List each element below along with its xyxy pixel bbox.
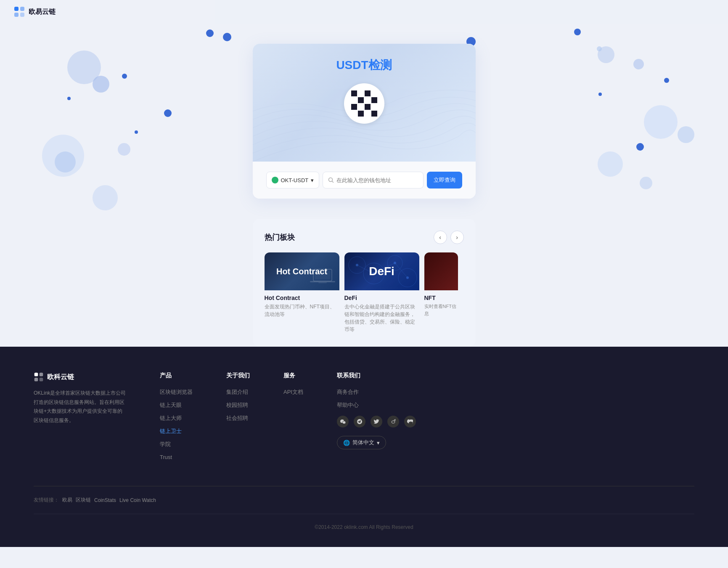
hot-modules-card: 热门板块 ‹ › Hot Contract <box>253 219 476 347</box>
hot-contract-module-name: Hot Contract <box>265 295 339 301</box>
nft-module-card[interactable]: NFT 实时查看NFT信息 <box>424 252 458 335</box>
footer-col-service: 服务 API文档 <box>283 372 303 466</box>
svg-rect-8 <box>318 282 327 283</box>
hot-contract-module-card[interactable]: Hot Contract Hot Contract <box>265 252 339 335</box>
footer-link-item: 链上卫士 <box>160 427 193 435</box>
svg-rect-3 <box>20 13 24 17</box>
footer-link-academy[interactable]: 学院 <box>160 441 171 447</box>
footer-brand: 欧科云链 OKLink是全球首家区块链大数据上市公司打造的区块链信息服务网站。旨… <box>34 372 126 466</box>
svg-point-26 <box>409 421 410 422</box>
svg-rect-7 <box>310 281 335 282</box>
footer-link-item: 学院 <box>160 440 193 448</box>
nft-module-name: NFT <box>424 295 458 301</box>
logo-icon <box>13 6 25 18</box>
hot-contract-module-info: Hot Contract 全面发现热门币种、NFT项目、流动池等 <box>265 290 339 320</box>
footer-link-item: 校园招聘 <box>226 401 250 409</box>
nft-card-image <box>424 252 458 290</box>
svg-rect-20 <box>34 373 38 377</box>
footer-link-campus[interactable]: 校园招聘 <box>226 402 248 408</box>
footer-col-contact: 联系我们 商务合作 帮助中心 <box>337 372 416 466</box>
telegram-icon[interactable] <box>354 416 365 427</box>
wechat-icon[interactable] <box>337 416 349 427</box>
svg-rect-22 <box>34 378 38 382</box>
svg-point-16 <box>356 264 358 266</box>
footer: 欧科云链 OKLink是全球首家区块链大数据上市公司打造的区块链信息服务网站。旨… <box>0 347 728 547</box>
footer-link-trust[interactable]: Trust <box>160 454 172 460</box>
defi-card-image: DeFi <box>344 252 419 290</box>
language-selector[interactable]: 🌐 简体中文 ▾ <box>337 436 386 449</box>
friend-link-blockchain[interactable]: 区块链 <box>76 496 91 504</box>
footer-col-products-list: 区块链浏览器 链上天眼 链上大师 链上卫士 学院 Trust <box>160 388 193 461</box>
svg-point-19 <box>406 276 409 279</box>
next-arrow-button[interactable]: › <box>450 231 464 244</box>
footer-link-guard[interactable]: 链上卫士 <box>160 428 182 434</box>
svg-point-18 <box>394 262 396 264</box>
defi-module-name: DeFi <box>344 295 419 301</box>
footer-columns: 产品 区块链浏览器 链上天眼 链上大师 链上卫士 学院 Trust 关于我们 集… <box>160 372 694 466</box>
header: 欧易云链 <box>0 0 728 24</box>
search-icon <box>328 177 334 183</box>
main-content: USDT检测 <box>0 0 728 347</box>
wallet-address-input[interactable] <box>336 177 418 183</box>
defi-module-card[interactable]: DeFi DeFi 去中心化金融是搭建于公共区块链和智能合约构建的金融服务，包括… <box>344 252 419 335</box>
carousel-nav: ‹ › <box>434 231 464 244</box>
lang-chevron-icon: ▾ <box>377 440 380 446</box>
globe-icon: 🌐 <box>343 440 350 446</box>
prev-arrow-button[interactable]: ‹ <box>434 231 447 244</box>
footer-col-service-list: API文档 <box>283 388 303 396</box>
hero-card-top: USDT检测 <box>253 44 476 162</box>
logo[interactable]: 欧易云链 <box>13 6 56 18</box>
footer-link-help[interactable]: 帮助中心 <box>337 402 359 408</box>
footer-col-about-list: 集团介绍 校园招聘 社会招聘 <box>226 388 250 422</box>
friend-link-livecoinwatch[interactable]: Live Coin Watch <box>119 497 156 503</box>
hero-section: USDT检测 <box>0 24 728 212</box>
weibo-icon[interactable] <box>387 416 399 427</box>
footer-logo: 欧科云链 <box>34 372 126 382</box>
qr-code-icon <box>344 83 384 124</box>
defi-module-info: DeFi 去中心化金融是搭建于公共区块链和智能合约构建的金融服务，包括借贷、交易… <box>344 290 419 335</box>
svg-point-27 <box>411 421 412 422</box>
hero-title: USDT检测 <box>266 57 462 73</box>
logo-text: 欧易云链 <box>29 8 56 16</box>
footer-logo-text: 欧科云链 <box>47 373 74 382</box>
svg-point-24 <box>392 421 395 423</box>
footer-link-master[interactable]: 链上大师 <box>160 415 182 421</box>
query-button[interactable]: 立即查询 <box>427 172 462 188</box>
hot-modules-section: 热门板块 ‹ › Hot Contract <box>0 219 728 347</box>
hot-contract-card-label: Hot Contract <box>276 267 327 276</box>
hot-modules-header: 热门板块 ‹ › <box>265 231 464 244</box>
footer-link-group[interactable]: 集团介绍 <box>226 389 248 395</box>
footer-link-api[interactable]: API文档 <box>283 389 303 395</box>
defi-module-desc: 去中心化金融是搭建于公共区块链和智能合约构建的金融服务，包括借贷、交易所、保险、… <box>344 303 419 333</box>
chain-dropdown[interactable]: OKT-USDT ▾ <box>266 172 320 188</box>
footer-col-service-title: 服务 <box>283 372 303 380</box>
footer-link-tianeye[interactable]: 链上天眼 <box>160 402 182 408</box>
defi-card-label: DeFi <box>369 265 394 278</box>
footer-col-products: 产品 区块链浏览器 链上天眼 链上大师 链上卫士 学院 Trust <box>160 372 193 466</box>
copyright-text: ©2014-2022 oklink.com All Rights Reserve… <box>315 524 413 530</box>
twitter-icon[interactable] <box>371 416 382 427</box>
svg-rect-2 <box>14 13 19 17</box>
friend-link-okex[interactable]: 欧易 <box>62 496 72 504</box>
footer-friend-links: 友情链接： 欧易 区块链 CoinStats Live Coin Watch <box>34 486 694 504</box>
footer-link-social[interactable]: 社会招聘 <box>226 415 248 421</box>
footer-social-links <box>337 416 416 427</box>
footer-logo-icon <box>34 372 44 382</box>
footer-top: 欧科云链 OKLink是全球首家区块链大数据上市公司打造的区块链信息服务网站。旨… <box>34 372 694 466</box>
friend-links-label: 友情链接： <box>34 496 59 504</box>
discord-icon[interactable] <box>404 416 416 427</box>
chain-dot-icon <box>272 177 278 183</box>
footer-link-browser[interactable]: 区块链浏览器 <box>160 389 193 395</box>
wallet-search-wrap <box>323 172 423 188</box>
svg-rect-21 <box>40 373 43 377</box>
nft-module-info: NFT 实时查看NFT信息 <box>424 290 458 319</box>
footer-link-item: 帮助中心 <box>337 401 416 409</box>
footer-link-item: 商务合作 <box>337 388 416 396</box>
footer-col-about: 关于我们 集团介绍 校园招聘 社会招聘 <box>226 372 250 466</box>
footer-col-contact-title: 联系我们 <box>337 372 416 380</box>
hot-modules-title: 热门板块 <box>265 232 295 242</box>
hot-contract-module-desc: 全面发现热门币种、NFT项目、流动池等 <box>265 303 339 318</box>
friend-link-coinstats[interactable]: CoinStats <box>94 497 116 503</box>
footer-col-contact-list: 商务合作 帮助中心 <box>337 388 416 409</box>
footer-link-biz[interactable]: 商务合作 <box>337 389 359 395</box>
